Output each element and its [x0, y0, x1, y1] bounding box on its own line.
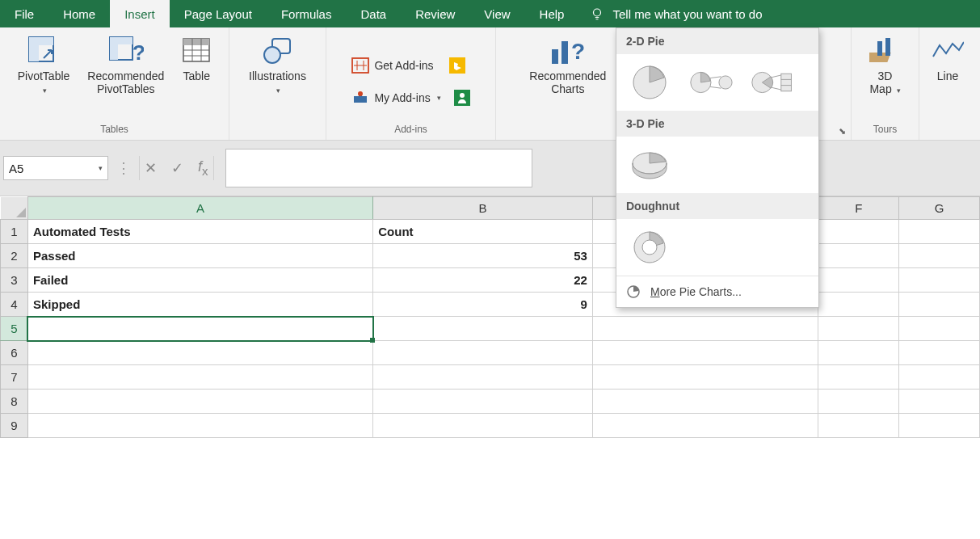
tab-insert[interactable]: Insert	[110, 0, 170, 27]
doughnut-option[interactable]	[628, 229, 671, 266]
tab-formulas[interactable]: Formulas	[267, 0, 347, 27]
cell-f4[interactable]	[818, 293, 899, 317]
cell-b5[interactable]	[373, 317, 593, 341]
chevron-down-icon: ▾	[897, 86, 901, 95]
store-icon	[351, 57, 369, 74]
svg-rect-25	[562, 41, 568, 64]
row-header-4[interactable]: 4	[1, 293, 28, 317]
svg-rect-63	[781, 74, 792, 91]
illustrations-button[interactable]: Illustrations▾	[244, 31, 311, 95]
tab-review[interactable]: Review	[401, 0, 469, 27]
group-label-addins: Add-ins	[394, 124, 427, 138]
row-header-9[interactable]: 9	[1, 414, 28, 438]
name-box[interactable]: A5 ▾	[3, 156, 108, 180]
get-addins-button[interactable]: Get Add-ins	[348, 56, 469, 75]
column-header-f[interactable]: F	[818, 197, 899, 220]
row-header-8[interactable]: 8	[1, 390, 28, 414]
name-box-value: A5	[9, 162, 23, 175]
cell-f5[interactable]	[818, 317, 899, 341]
shapes-icon	[261, 36, 295, 66]
cell-a1[interactable]: Automated Tests	[27, 220, 372, 244]
column-header-a[interactable]: A	[27, 197, 372, 220]
group-tables: PivotTable▾ ? Recommended PivotTables Ta…	[0, 27, 229, 140]
people-graph-icon	[454, 90, 470, 106]
svg-text:?: ?	[571, 39, 585, 64]
svg-line-62	[772, 87, 781, 90]
worksheet-grid: A B C F G 1 Automated Tests Count 2 Pass…	[0, 196, 980, 438]
tell-me-search[interactable]: Tell me what you want to do	[578, 0, 776, 27]
pie-3d-option[interactable]	[628, 146, 671, 183]
cancel-button[interactable]: ✕	[145, 159, 157, 177]
row-header-6[interactable]: 6	[1, 341, 28, 365]
tab-file[interactable]: File	[0, 0, 48, 27]
3d-map-icon	[869, 36, 902, 65]
3d-map-button[interactable]: 3D Map ▾	[864, 31, 906, 95]
row-header-2[interactable]: 2	[1, 244, 28, 268]
tab-view[interactable]: View	[469, 0, 524, 27]
recommended-charts-button[interactable]: ? Recommended Charts	[524, 31, 611, 95]
column-header-g[interactable]: G	[899, 197, 980, 220]
tab-home[interactable]: Home	[48, 0, 110, 27]
charts-dialog-launcher[interactable]: ⬊	[836, 125, 848, 137]
table-button[interactable]: Table	[177, 31, 216, 82]
cell-a3[interactable]: Failed	[27, 268, 372, 293]
cell-b2[interactable]: 53	[373, 244, 593, 268]
recommended-charts-icon: ?	[549, 35, 587, 67]
insert-function-button[interactable]: fx	[198, 158, 208, 178]
group-tours: 3D Map ▾ Tours	[852, 27, 919, 140]
enter-button[interactable]: ✓	[171, 159, 183, 177]
cell-g3[interactable]	[899, 268, 980, 293]
svg-point-21	[358, 91, 363, 96]
tab-data[interactable]: Data	[346, 0, 401, 27]
cell-f3[interactable]	[818, 268, 899, 293]
doughnut-icon	[631, 229, 668, 265]
cell-a5-selected[interactable]	[27, 317, 372, 341]
pivottable-button[interactable]: PivotTable▾	[13, 31, 75, 95]
row-header-7[interactable]: 7	[1, 365, 28, 390]
sparkline-line-button[interactable]: Line	[927, 31, 969, 82]
column-header-b[interactable]: B	[373, 197, 593, 220]
lightbulb-icon	[590, 6, 604, 21]
ribbon-tabs: File Home Insert Page Layout Formulas Da…	[0, 0, 980, 27]
cell-f1[interactable]	[818, 220, 899, 244]
tab-help[interactable]: Help	[525, 0, 579, 27]
row-header-5[interactable]: 5	[1, 317, 28, 341]
cell-c5[interactable]	[592, 317, 818, 341]
cell-g1[interactable]	[899, 220, 980, 244]
pie-icon	[631, 65, 668, 100]
pie-of-pie-option[interactable]	[689, 64, 733, 101]
recommended-pivottable-icon: ?	[108, 36, 144, 66]
pie-small-icon	[626, 284, 641, 299]
cell-b1[interactable]: Count	[373, 220, 593, 244]
recommended-pivottables-button[interactable]: ? Recommended PivotTables	[82, 31, 169, 95]
cell-b4[interactable]: 9	[373, 293, 593, 317]
cell-b3[interactable]: 22	[373, 268, 593, 293]
cell-a2[interactable]: Passed	[27, 244, 372, 268]
group-addins: Get Add-ins My Add-ins ▾ Add-ins	[326, 27, 496, 140]
table-icon	[182, 37, 211, 65]
svg-rect-53	[877, 41, 882, 56]
chevron-down-icon: ▾	[99, 164, 103, 172]
chevron-down-icon: ▾	[437, 94, 441, 102]
cell-f2[interactable]	[818, 244, 899, 268]
pie-2d-option[interactable]	[628, 64, 671, 101]
cell-g4[interactable]	[899, 293, 980, 317]
svg-line-61	[772, 75, 781, 78]
bar-of-pie-icon	[751, 65, 794, 100]
row-header-3[interactable]: 3	[1, 268, 28, 293]
formula-bar-input[interactable]	[225, 149, 532, 187]
select-all-button[interactable]	[1, 197, 28, 220]
more-pie-charts-button[interactable]: MMore Pie Charts...ore Pie Charts...	[616, 276, 818, 307]
my-addins-button[interactable]: My Add-ins ▾	[348, 88, 473, 107]
svg-line-57	[710, 77, 721, 78]
cell-g2[interactable]	[899, 244, 980, 268]
tab-page-layout[interactable]: Page Layout	[170, 0, 267, 27]
svg-rect-9	[183, 39, 209, 45]
row-header-1[interactable]: 1	[1, 220, 28, 244]
pie-of-pie-icon	[689, 65, 733, 100]
bar-of-pie-option[interactable]	[751, 64, 794, 101]
cell-a4[interactable]: Skipped	[27, 293, 372, 317]
cell-g5[interactable]	[899, 317, 980, 341]
ribbon: PivotTable▾ ? Recommended PivotTables Ta…	[0, 27, 980, 141]
formula-bar-area: A5 ▾ ⋮ ✕ ✓ fx	[0, 141, 980, 196]
